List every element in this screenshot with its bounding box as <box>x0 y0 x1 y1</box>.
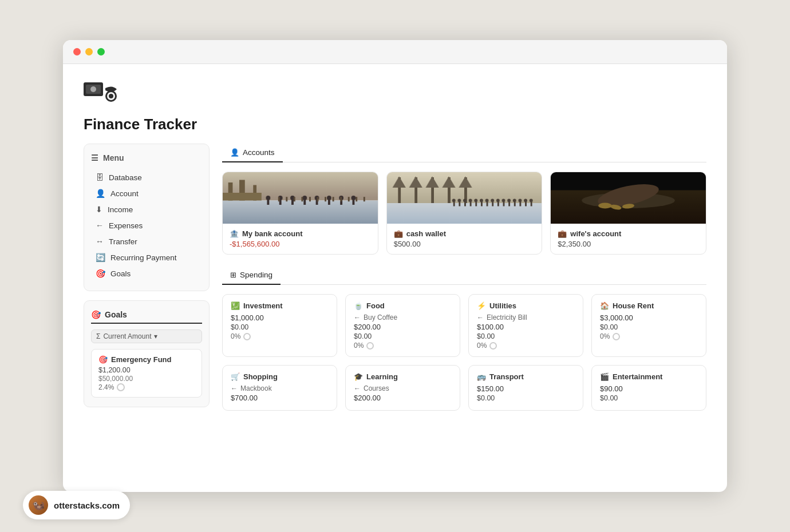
spending-card-investment[interactable]: 💹 Investment $1,000.00 $0.00 0% <box>222 294 337 357</box>
utilities-sub-label: Electricity Bill <box>487 313 527 321</box>
goal-name: 🎯 Emergency Fund <box>98 355 195 364</box>
sidebar-item-database[interactable]: 🗄 Database <box>91 169 202 185</box>
goal-current-amount: $1,200.00 <box>98 366 195 374</box>
app-title: Finance Tracker <box>84 116 706 133</box>
wife-balance: $2,350.00 <box>558 240 699 248</box>
learning-sub-arrow: ← <box>354 384 361 392</box>
investment-percent: 0% <box>231 332 329 340</box>
sidebar-item-goals[interactable]: 🎯 Goals <box>91 265 202 281</box>
account-info-wallet: 💼 cash wallet $500.00 <box>387 224 542 254</box>
maximize-button[interactable] <box>97 48 105 55</box>
account-card-wife[interactable]: 💼 wife's account $2,350.00 <box>550 172 706 255</box>
houserent-label: House Rent <box>613 301 654 310</box>
main-content: 👤 Accounts 🏦 My bank acc <box>222 144 706 487</box>
spending-card-food[interactable]: 🍵 Food ← Buy Coffee $200.00 $0.00 0% <box>345 294 460 357</box>
sidebar-item-expenses[interactable]: ← Expenses <box>91 217 202 233</box>
sidebar-item-account[interactable]: 👤 Account <box>91 185 202 201</box>
watermark-bar: 🦦 otterstacks.com <box>23 491 130 519</box>
transfer-icon: ↔ <box>96 237 104 246</box>
houserent-budget: $3,000.00 <box>600 313 698 322</box>
utilities-percent: 0% <box>477 342 575 350</box>
wife-account-icon: 💼 <box>558 229 567 238</box>
entertainment-icon: 🎬 <box>600 372 609 381</box>
hamburger-icon: ☰ <box>91 153 98 162</box>
learning-sub-label: Courses <box>364 384 389 392</box>
account-card-bank[interactable]: 🏦 My bank account -$1,565,600.00 <box>222 172 378 255</box>
wallet-name-text: cash wallet <box>406 229 446 238</box>
utilities-sub-arrow: ← <box>477 313 484 321</box>
close-button[interactable] <box>73 48 81 55</box>
spending-card-transport[interactable]: 🚌 Transport $150.00 $0.00 <box>468 365 583 411</box>
watermark-url: otterstacks.com <box>54 501 120 510</box>
food-sub-arrow: ← <box>354 313 361 321</box>
minimize-button[interactable] <box>85 48 93 55</box>
shopping-sub-arrow: ← <box>231 384 238 392</box>
wallet-icon: 💼 <box>394 229 403 238</box>
goal-item-emergency: 🎯 Emergency Fund $1,200.00 $50,000.00 2.… <box>91 349 202 398</box>
tab-spending[interactable]: ⊞ Spending <box>222 266 281 285</box>
utilities-progress-circle <box>489 342 497 350</box>
transport-label: Transport <box>489 372 524 381</box>
spending-tabs: ⊞ Spending <box>222 266 706 285</box>
spending-card-shopping[interactable]: 🛒 Shopping ← Mackbook $700.00 <box>222 365 337 411</box>
shopping-sub-amount: $700.00 <box>231 394 329 402</box>
sidebar-goals-card: 🎯 Goals Σ Current Amount ▾ 🎯 Emergency F… <box>84 300 210 407</box>
spending-card-learning[interactable]: 🎓 Learning ← Courses $200.00 <box>345 365 460 411</box>
income-icon: ⬇ <box>96 205 102 214</box>
goal-progress: 2.4% <box>98 383 195 391</box>
learning-sub: ← Courses <box>354 384 452 392</box>
goals-filter-label: Current Amount <box>103 332 151 340</box>
sidebar-item-income[interactable]: ⬇ Income <box>91 201 202 217</box>
menu-label: Menu <box>103 153 124 162</box>
houserent-percent: 0% <box>600 332 698 340</box>
sidebar-item-goals-label: Goals <box>110 269 131 278</box>
transport-icon: 🚌 <box>477 372 486 381</box>
investment-icon: 💹 <box>231 301 240 310</box>
food-sub-amount: $200.00 <box>354 323 452 331</box>
chevron-down-icon: ▾ <box>154 332 157 340</box>
bank-icon: 🏦 <box>230 229 239 238</box>
sidebar-item-database-label: Database <box>109 173 142 182</box>
expenses-icon: ← <box>96 221 104 230</box>
main-layout: ☰ Menu 🗄 Database 👤 Account ⬇ Income <box>84 144 706 487</box>
recurring-icon: 🔄 <box>96 253 105 262</box>
spending-title-investment: 💹 Investment <box>231 301 329 310</box>
sidebar-item-account-label: Account <box>110 189 139 198</box>
investment-budget: $1,000.00 <box>231 313 329 322</box>
browser-window: Finance Tracker ☰ Menu 🗄 Database 👤 <box>63 40 727 492</box>
account-name-wallet: 💼 cash wallet <box>394 229 535 238</box>
accounts-grid: 🏦 My bank account -$1,565,600.00 <box>222 172 706 255</box>
spending-card-utilities[interactable]: ⚡ Utilities ← Electricity Bill $100.00 $… <box>468 294 583 357</box>
watermark-avatar: 🦦 <box>29 495 48 515</box>
spending-title-food: 🍵 Food <box>354 301 452 310</box>
learning-sub-amount: $200.00 <box>354 394 452 402</box>
entertainment-budget: $90.00 <box>600 384 698 393</box>
account-card-wallet[interactable]: 💼 cash wallet $500.00 <box>386 172 543 255</box>
account-name-bank: 🏦 My bank account <box>230 229 371 238</box>
food-spent: $0.00 <box>354 332 452 340</box>
tab-accounts[interactable]: 👤 Accounts <box>222 144 283 162</box>
investment-progress-circle <box>243 333 251 340</box>
spending-card-houserent[interactable]: 🏠 House Rent $3,000.00 $0.00 0% <box>591 294 706 357</box>
wallet-balance: $500.00 <box>394 240 535 248</box>
account-info-wife: 💼 wife's account $2,350.00 <box>551 224 706 254</box>
bank-name-text: My bank account <box>242 229 302 238</box>
account-icon: 👤 <box>96 189 105 198</box>
goals-filter-button[interactable]: Σ Current Amount ▾ <box>91 329 202 343</box>
sidebar-item-transfer[interactable]: ↔ Transfer <box>91 233 202 249</box>
investment-spent: $0.00 <box>231 323 329 331</box>
account-img-bank <box>223 172 378 224</box>
account-name-wife: 💼 wife's account <box>558 229 699 238</box>
spending-card-entertainment[interactable]: 🎬 Entertainment $90.00 $0.00 <box>591 365 706 411</box>
sidebar-item-income-label: Income <box>108 205 133 214</box>
goals-header-icon: 🎯 <box>91 310 101 319</box>
transport-spent: $0.00 <box>477 394 575 402</box>
goals-icon: 🎯 <box>96 269 105 278</box>
titlebar <box>63 40 727 64</box>
sidebar-item-expenses-label: Expenses <box>109 221 143 230</box>
spending-title-utilities: ⚡ Utilities <box>477 301 575 310</box>
sidebar-item-recurring[interactable]: 🔄 Recurring Payment <box>91 249 202 265</box>
accounts-tab-icon: 👤 <box>230 148 239 157</box>
account-img-wife <box>551 172 706 224</box>
food-sub-label: Buy Coffee <box>364 313 397 321</box>
